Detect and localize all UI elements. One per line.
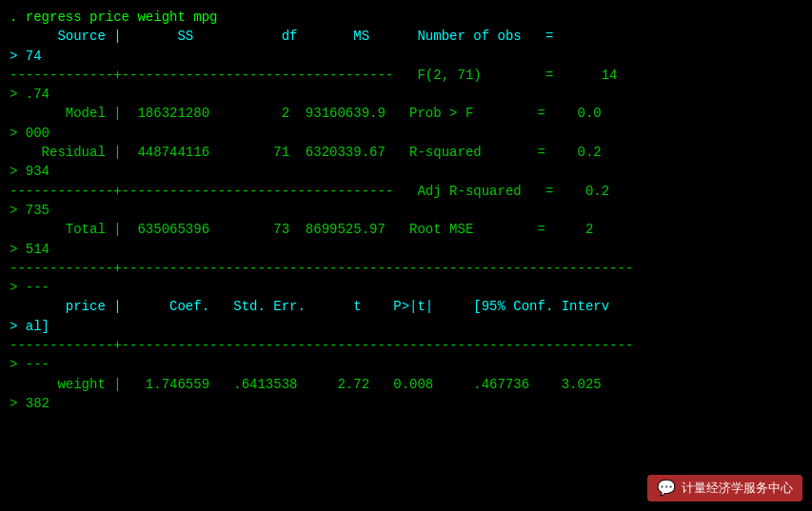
- terminal-line-header1b: > 74: [10, 47, 802, 66]
- terminal-line-header1: Source | SS df MS Number of obs =: [10, 27, 802, 46]
- watermark-text: 计量经济学服务中心: [682, 480, 793, 497]
- terminal-line-residb: > 934: [10, 162, 802, 181]
- terminal-line-sep2: -------------+--------------------------…: [10, 182, 802, 201]
- terminal-line-sep4b: > ---: [10, 355, 802, 374]
- terminal-line-modelb: > 000: [10, 124, 802, 143]
- terminal-line-sep4: -------------+--------------------------…: [10, 336, 802, 355]
- terminal-line-sep2b: > 735: [10, 201, 802, 220]
- terminal-line-sep1b: > .74: [10, 85, 802, 104]
- terminal-line-cmd: . regress price weight mpg: [10, 8, 802, 27]
- terminal-line-model: Model | 186321280 2 93160639.9 Prob > F …: [10, 104, 802, 123]
- terminal-line-colhdr: price | Coef. Std. Err. t P>|t| [95% Con…: [10, 297, 802, 316]
- terminal: . regress price weight mpg Source | SS d…: [0, 0, 812, 511]
- terminal-line-resid: Residual | 448744116 71 6320339.67 R-squ…: [10, 143, 802, 162]
- terminal-line-colhdrb: > al]: [10, 317, 802, 336]
- terminal-line-totalb: > 514: [10, 240, 802, 259]
- terminal-line-sep3: -------------+--------------------------…: [10, 259, 802, 278]
- terminal-line-sep3b: > ---: [10, 278, 802, 297]
- watermark-icon: 💬: [657, 479, 676, 498]
- terminal-line-total: Total | 635065396 73 8699525.97 Root MSE…: [10, 220, 802, 239]
- terminal-line-weight: weight | 1.746559 .6413538 2.72 0.008 .4…: [10, 375, 802, 394]
- watermark: 💬 计量经济学服务中心: [647, 475, 802, 501]
- terminal-line-sep1: -------------+--------------------------…: [10, 66, 802, 85]
- terminal-line-weightb: > 382: [10, 394, 802, 413]
